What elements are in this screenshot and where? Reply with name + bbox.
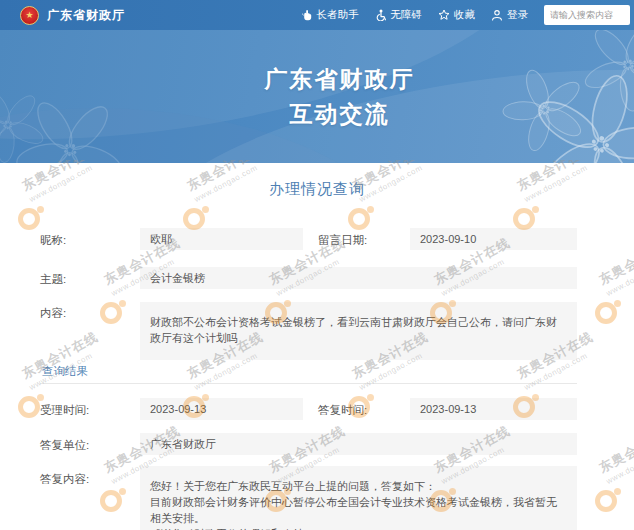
site-logo-link[interactable]: ★ 广东省财政厅: [20, 6, 125, 25]
reply-content-line: 您好！关于您在广东政民互动平台上提的问题，答复如下：: [150, 478, 565, 494]
nav-elder-assist[interactable]: 长者助手: [301, 8, 359, 22]
banner-title-line2: 互动交流: [45, 97, 634, 132]
reply-time-label: 答复时间:: [318, 403, 367, 418]
accept-time-field: 2023-09-13: [140, 398, 303, 420]
nickname-label: 昵称:: [40, 233, 66, 248]
nav-login[interactable]: 登录: [491, 8, 528, 22]
content-field: 财政部不公布会计资格考试金银榜了，看到云南甘肃财政厅会自己公布，请问广东财政厅有…: [140, 302, 577, 360]
elder-hand-icon: [301, 9, 313, 21]
reply-content-label: 答复内容:: [40, 472, 89, 487]
page-title: 办理情况查询: [0, 180, 634, 199]
nickname-field: 欧耶: [140, 228, 303, 250]
reply-time-field: 2023-09-13: [410, 398, 577, 420]
reply-content-line: 感谢您对财政工作的理解和支持！: [150, 526, 565, 530]
nav-label: 长者助手: [317, 8, 359, 22]
nav-favorites[interactable]: 收藏: [438, 8, 475, 22]
nav-label: 无障碍: [391, 8, 423, 22]
message-date-field: 2023-09-10: [410, 228, 577, 250]
nav-label: 登录: [507, 8, 528, 22]
accept-time-label: 受理时间:: [40, 403, 89, 418]
reply-content-line: 目前财政部会计财务评价中心暂停公布全国会计专业技术资格考试金银榜，我省暂无相关安…: [150, 494, 565, 526]
accessibility-icon: [375, 9, 387, 21]
search-input[interactable]: [544, 5, 630, 25]
top-nav: 长者助手 无障碍 收藏 登录: [301, 5, 634, 25]
message-date-label: 留言日期:: [318, 233, 367, 248]
nav-accessibility[interactable]: 无障碍: [375, 8, 423, 22]
user-icon: [491, 9, 503, 21]
result-section-title: 查询结果: [42, 364, 88, 379]
section-divider: [40, 383, 577, 384]
site-name: 广东省财政厅: [47, 7, 125, 24]
national-emblem-icon: ★: [20, 6, 39, 25]
reply-unit-label: 答复单位:: [40, 438, 89, 453]
banner-title-line1: 广东省财政厅: [45, 62, 634, 97]
subject-field: 会计金银榜: [140, 267, 577, 289]
subject-label: 主题:: [40, 272, 66, 287]
nav-label: 收藏: [454, 8, 475, 22]
content-label: 内容:: [40, 306, 66, 321]
star-icon: [438, 9, 450, 21]
page-root: ★ 广东省财政厅 长者助手 无障碍: [0, 0, 634, 530]
reply-unit-field: 广东省财政厅: [140, 433, 577, 455]
reply-content-field: 您好！关于您在广东政民互动平台上提的问题，答复如下： 目前财政部会计财务评价中心…: [140, 466, 577, 530]
top-bar: ★ 广东省财政厅 长者助手 无障碍: [0, 0, 634, 30]
banner-title: 广东省财政厅 互动交流: [0, 62, 634, 132]
banner: 广东省财政厅 互动交流: [0, 30, 634, 163]
